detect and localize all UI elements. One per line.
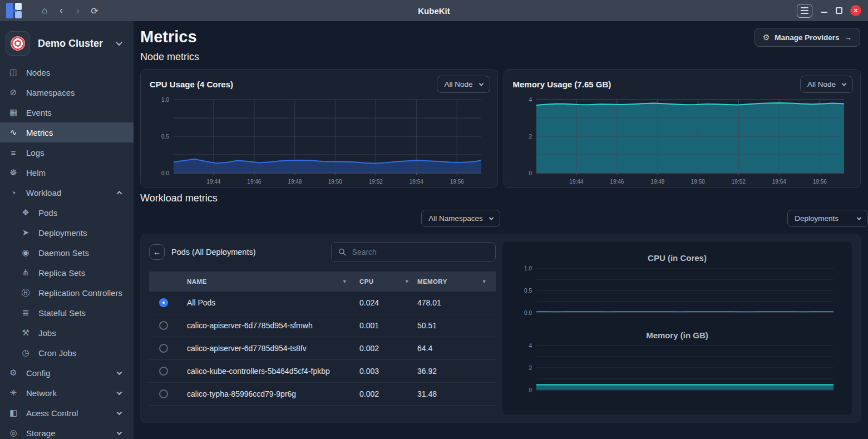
sidebar-item-jobs[interactable]: ⚒Jobs (0, 323, 134, 343)
sidebar-item-label: Events (26, 108, 52, 117)
page-title: Metrics (140, 28, 197, 46)
sidebar-item-helm[interactable]: ☸Helm (0, 162, 134, 182)
row-radio[interactable] (159, 298, 168, 307)
sidebar-item-label: Cron Jobs (38, 348, 76, 358)
sidebar-item-label: Replica Sets (38, 268, 85, 278)
sidebar: Demo Cluster ◫Nodes⊘Namespaces▦Events∿Me… (0, 21, 134, 439)
sort-icon[interactable]: ▼ (405, 279, 410, 284)
close-button[interactable]: × (850, 5, 861, 16)
sidebar-item-storage[interactable]: ◎Storage (0, 423, 134, 439)
sidebar-item-events[interactable]: ▦Events (0, 102, 134, 122)
pod-name: All Pods (178, 298, 359, 307)
column-memory[interactable]: MEMORY ▼ (417, 278, 496, 285)
back-button[interactable]: ‹ (53, 2, 70, 19)
pod-memory: 50.51 (417, 321, 496, 330)
maximize-button[interactable] (836, 7, 842, 14)
sidebar-item-stateful-sets[interactable]: ≣Stateful Sets (0, 303, 134, 323)
svg-text:2: 2 (529, 134, 532, 140)
workload-memory-chart: 024 (511, 342, 844, 398)
sidebar-item-nodes[interactable]: ◫Nodes (0, 62, 134, 82)
table-row[interactable]: calico-kube-controllers-5b464d5cf4-fpkbp… (149, 360, 496, 383)
table-row[interactable]: All Pods0.024478.01 (149, 292, 496, 314)
namespaces-icon: ⊘ (8, 87, 19, 97)
svg-text:0.0: 0.0 (524, 310, 532, 316)
sort-icon[interactable]: ▼ (342, 279, 347, 284)
events-icon: ▦ (8, 107, 19, 117)
search-input[interactable] (352, 248, 489, 257)
row-radio[interactable] (159, 344, 168, 353)
forward-button[interactable]: › (70, 2, 86, 19)
manage-providers-button[interactable]: ⚙ Manage Providers → (754, 28, 860, 47)
replication-controllers-icon: Ⓗ (20, 288, 31, 298)
pods-table-header: NAME ▼ CPU ▼ MEMORY ▼ (149, 272, 496, 292)
chevron-down-icon (479, 81, 483, 86)
memory-usage-title: Memory Usage (7.65 GB) (513, 80, 611, 89)
pod-memory: 64.4 (417, 344, 496, 353)
svg-text:19:52: 19:52 (369, 179, 383, 185)
sidebar-item-config[interactable]: ⚙Config (0, 363, 134, 383)
pods-table: NAME ▼ CPU ▼ MEMORY ▼ All Pods0.024478.0… (149, 272, 496, 406)
svg-text:19:54: 19:54 (772, 179, 786, 185)
svg-text:19:50: 19:50 (328, 179, 342, 185)
kind-filter-dropdown[interactable]: Deployments (787, 210, 868, 227)
table-row[interactable]: calico-apiserver-6d7785d954-sfmwh0.00150… (149, 314, 496, 337)
svg-text:0: 0 (529, 170, 532, 176)
titlebar: ⌂ ‹ › ⟳ KubeKit × (0, 0, 868, 21)
sidebar-item-label: Stateful Sets (38, 308, 86, 318)
table-row[interactable]: calico-typha-85996ccd79-9pr6g0.00231.48 (149, 383, 496, 406)
workload-panel: ← Pods (All Deployments) NAME ▼ (140, 234, 861, 423)
sidebar-item-label: Pods (38, 208, 57, 218)
deployments-icon: ➤ (20, 228, 31, 238)
sidebar-item-replication-controllers[interactable]: ⒽReplication Controllers (0, 283, 134, 303)
sidebar-item-namespaces[interactable]: ⊘Namespaces (0, 82, 134, 102)
refresh-button[interactable]: ⟳ (86, 2, 103, 19)
sidebar-item-pods[interactable]: ❖Pods (0, 203, 134, 223)
row-radio[interactable] (159, 321, 168, 330)
namespace-filter-dropdown[interactable]: All Namespaces (421, 210, 500, 227)
sidebar-item-label: Acess Control (26, 408, 78, 418)
kind-filter-value: Deployments (795, 214, 839, 223)
sort-icon[interactable]: ▼ (482, 279, 487, 284)
sidebar-item-deployments[interactable]: ➤Deployments (0, 223, 134, 243)
column-name[interactable]: NAME ▼ (178, 278, 359, 285)
sidebar-item-metrics[interactable]: ∿Metrics (0, 122, 134, 142)
sidebar-item-logs[interactable]: ≡Logs (0, 142, 134, 162)
stateful-sets-icon: ≣ (20, 308, 31, 318)
chevron-down-icon (117, 389, 122, 395)
sidebar-item-daemon-sets[interactable]: ◉Daemon Sets (0, 243, 134, 263)
node-cpu-chart: 0.00.51.019:4419:4619:4819:5019:5219:541… (148, 95, 490, 186)
cpu-node-filter-dropdown[interactable]: All Node (437, 76, 490, 93)
sidebar-item-acess-control[interactable]: ◧Acess Control (0, 403, 134, 423)
svg-text:0: 0 (529, 387, 532, 393)
cluster-avatar (6, 31, 30, 56)
menu-button[interactable] (797, 4, 812, 18)
sidebar-item-replica-sets[interactable]: ⋔Replica Sets (0, 263, 134, 283)
access-control-icon: ◧ (8, 408, 19, 418)
chevron-down-icon (116, 40, 122, 46)
chevron-down-icon (117, 410, 122, 415)
svg-text:19:44: 19:44 (570, 179, 584, 185)
memory-usage-card: Memory Usage (7.65 GB) All Node 02419:44… (504, 69, 861, 188)
arrow-right-icon: → (845, 33, 852, 42)
memory-node-filter-dropdown[interactable]: All Node (800, 76, 853, 93)
minimize-button[interactable] (820, 7, 828, 14)
svg-text:19:46: 19:46 (247, 179, 261, 185)
row-radio[interactable] (159, 367, 168, 376)
svg-text:19:56: 19:56 (450, 179, 464, 185)
svg-text:19:48: 19:48 (288, 179, 302, 185)
pod-name: calico-apiserver-6d7785d954-ts8fv (178, 344, 359, 353)
sidebar-item-network[interactable]: ✳Network (0, 383, 134, 403)
row-radio[interactable] (159, 389, 168, 398)
back-button-panel[interactable]: ← (149, 244, 165, 260)
home-button[interactable]: ⌂ (36, 2, 53, 19)
workload-cpu-chart: 0.00.51.0 (511, 265, 844, 318)
table-row[interactable]: calico-apiserver-6d7785d954-ts8fv0.00264… (149, 337, 496, 360)
sidebar-item-workload[interactable]: ◔Workload (0, 182, 134, 203)
column-cpu[interactable]: CPU ▼ (359, 278, 417, 285)
pods-panel-title: Pods (All Deployments) (171, 248, 256, 257)
pod-name: calico-kube-controllers-5b464d5cf4-fpkbp (178, 367, 359, 376)
sidebar-item-cron-jobs[interactable]: ◷Cron Jobs (0, 343, 134, 363)
manage-providers-label: Manage Providers (775, 33, 839, 42)
logs-icon: ≡ (8, 148, 19, 157)
cluster-selector[interactable]: Demo Cluster (0, 21, 134, 61)
